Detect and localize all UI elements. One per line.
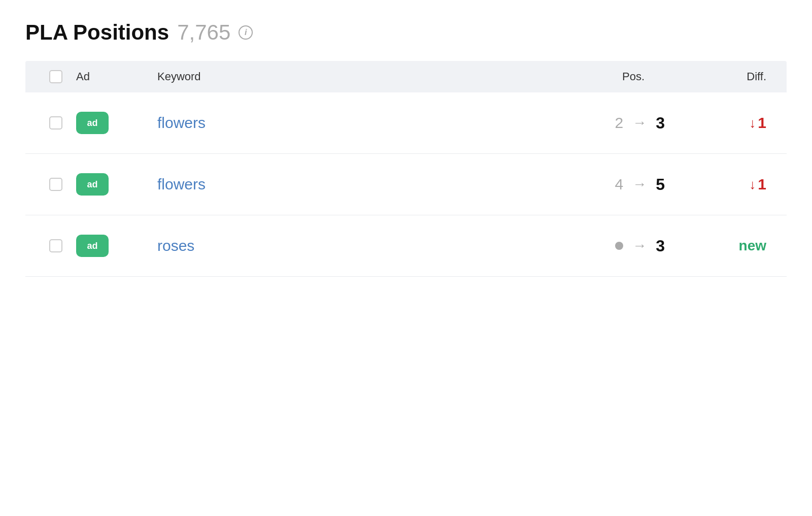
row-checkbox-cell: [36, 116, 76, 130]
page-container: PLA Positions 7,765 i Ad Keyword Pos. Di…: [0, 0, 812, 277]
pos-cell: 4 → 5: [523, 175, 675, 194]
page-header: PLA Positions 7,765 i: [25, 20, 787, 45]
ad-badge-cell: ad: [76, 235, 157, 257]
pos-to: 3: [656, 237, 665, 255]
diff-cell: new: [675, 238, 776, 254]
diff-down-icon: ↓: [749, 115, 756, 131]
diff-cell: ↓ 1: [675, 176, 776, 193]
keyword-link[interactable]: flowers: [157, 114, 206, 131]
keyword-link[interactable]: flowers: [157, 176, 206, 192]
page-title: PLA Positions: [25, 20, 169, 45]
diff-cell: ↓ 1: [675, 114, 776, 132]
diff-value: 1: [758, 114, 766, 132]
pos-arrow-icon: →: [632, 238, 647, 254]
header-keyword: Keyword: [157, 70, 523, 83]
header-diff: Diff.: [675, 70, 776, 83]
table-row: ad roses → 3 new: [25, 215, 787, 277]
pos-cell: → 3: [523, 237, 675, 255]
header-checkbox[interactable]: [49, 70, 62, 83]
keyword-cell: roses: [157, 237, 523, 254]
keyword-cell: flowers: [157, 176, 523, 193]
pos-to: 3: [656, 114, 665, 133]
keyword-link[interactable]: roses: [157, 237, 194, 254]
header-pos: Pos.: [523, 70, 675, 83]
pos-arrow-icon: →: [632, 176, 647, 192]
table-header: Ad Keyword Pos. Diff.: [25, 61, 787, 92]
pos-to: 5: [656, 175, 665, 194]
table-row: ad flowers 2 → 3 ↓ 1: [25, 92, 787, 154]
diff-new-label: new: [739, 238, 766, 254]
pos-arrow-icon: →: [632, 115, 647, 131]
pos-dot-icon: [615, 242, 623, 250]
pos-cell: 2 → 3: [523, 114, 675, 133]
ad-badge: ad: [76, 112, 109, 134]
row-checkbox[interactable]: [49, 178, 62, 191]
header-checkbox-cell: [36, 70, 76, 83]
ad-badge-cell: ad: [76, 112, 157, 134]
row-checkbox-cell: [36, 239, 76, 252]
keyword-cell: flowers: [157, 114, 523, 132]
ad-badge: ad: [76, 173, 109, 196]
info-icon[interactable]: i: [239, 25, 253, 40]
row-checkbox[interactable]: [49, 116, 62, 130]
ad-badge-cell: ad: [76, 173, 157, 196]
row-checkbox-cell: [36, 178, 76, 191]
page-count: 7,765: [177, 20, 230, 45]
table-container: Ad Keyword Pos. Diff. ad flowers 2 → 3 ↓: [25, 61, 787, 277]
table-row: ad flowers 4 → 5 ↓ 1: [25, 154, 787, 215]
ad-badge: ad: [76, 235, 109, 257]
header-ad: Ad: [76, 70, 157, 83]
row-checkbox[interactable]: [49, 239, 62, 252]
pos-from: 2: [615, 114, 624, 132]
pos-from: 4: [615, 176, 624, 193]
diff-down-icon: ↓: [749, 177, 756, 192]
diff-value: 1: [758, 176, 766, 193]
